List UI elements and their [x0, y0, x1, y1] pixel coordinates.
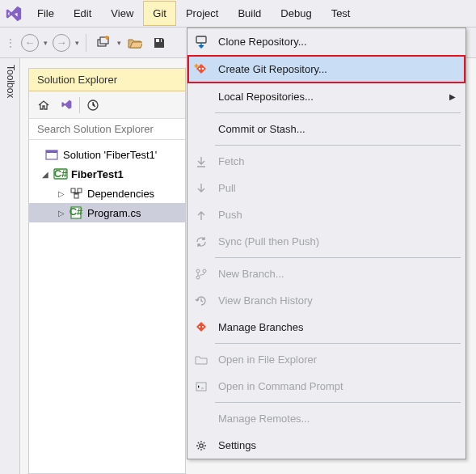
menu-label: Create Git Repository...	[218, 63, 456, 75]
tree-program-cs[interactable]: ▷ C# Program.cs	[29, 203, 185, 222]
menu-new-branch: New Branch...	[187, 260, 465, 287]
fetch-icon	[192, 153, 210, 171]
svg-rect-9	[71, 188, 75, 193]
tree-label: FiberTest1	[71, 168, 124, 180]
save-button[interactable]	[149, 32, 170, 53]
terminal-icon	[192, 378, 210, 396]
svg-point-20	[199, 325, 200, 327]
svg-rect-14	[196, 36, 206, 43]
solution-tree: Solution 'FiberTest1' ◢ C# FiberTest1 ▷ …	[29, 140, 185, 227]
chevron-down-icon[interactable]: ▾	[75, 39, 79, 47]
tree-dependencies[interactable]: ▷ Dependencies	[29, 184, 185, 203]
nav-back-button[interactable]: ←	[19, 32, 40, 53]
menu-file[interactable]: File	[27, 1, 64, 26]
menu-label: Commit or Stash...	[218, 123, 456, 135]
separator	[215, 402, 461, 403]
menu-debug[interactable]: Debug	[271, 1, 321, 26]
menu-label: Open in File Explorer	[218, 353, 456, 366]
switch-views-button[interactable]	[57, 95, 76, 115]
chevron-down-icon[interactable]: ▾	[117, 39, 121, 47]
menu-label: Open in Command Prompt	[218, 380, 456, 392]
menu-label: Fetch	[218, 155, 456, 167]
branches-icon	[192, 319, 210, 336]
menu-label: View Branch History	[218, 294, 456, 307]
toolbox-tab[interactable]: Toolbox	[0, 58, 20, 474]
vs-logo-icon	[0, 0, 27, 28]
menu-label: Settings	[218, 439, 456, 451]
push-icon	[192, 206, 210, 224]
git-dropdown-menu: Clone Repository... Create Git Repositor…	[187, 28, 466, 459]
svg-point-18	[196, 276, 200, 279]
new-branch-icon	[192, 265, 210, 283]
nav-forward-button[interactable]: →	[51, 32, 72, 53]
search-input[interactable]	[36, 122, 179, 136]
menu-build[interactable]: Build	[228, 1, 271, 26]
svg-rect-22	[196, 383, 206, 391]
menu-test[interactable]: Test	[322, 1, 360, 26]
svg-point-15	[199, 67, 201, 70]
pending-changes-button[interactable]	[83, 95, 103, 115]
menu-edit[interactable]: Edit	[64, 1, 101, 26]
svg-text:C#: C#	[54, 167, 68, 180]
solution-search[interactable]	[29, 119, 185, 140]
menu-git[interactable]: Git	[143, 1, 176, 26]
expander-icon[interactable]: ◢	[40, 170, 50, 179]
menu-label: Clone Repository...	[218, 36, 456, 48]
gear-icon	[192, 437, 210, 455]
folder-icon	[192, 351, 210, 369]
separator	[215, 343, 461, 344]
separator	[215, 257, 461, 258]
svg-rect-3	[159, 39, 161, 42]
svg-text:C#: C#	[70, 206, 83, 218]
solution-explorer: Solution Explorer Solution 'FiberTest1'	[28, 68, 186, 474]
separator	[215, 112, 461, 113]
svg-rect-10	[78, 188, 82, 193]
menu-local-repositories[interactable]: Local Repositories... ▶	[187, 83, 465, 110]
create-repo-icon	[192, 61, 210, 78]
pull-icon	[192, 180, 210, 197]
clone-icon	[192, 33, 210, 51]
expander-icon[interactable]: ▷	[57, 189, 66, 198]
menu-settings[interactable]: Settings	[187, 432, 465, 459]
separator	[215, 145, 461, 146]
menu-pull: Pull	[187, 175, 465, 201]
svg-point-16	[202, 67, 204, 70]
solution-toolbar	[29, 91, 185, 119]
menu-open-explorer: Open in File Explorer	[187, 346, 465, 373]
menu-label: Manage Remotes...	[218, 413, 456, 425]
svg-point-17	[196, 269, 200, 273]
chevron-down-icon[interactable]: ▾	[44, 39, 48, 47]
menu-commit-stash[interactable]: Commit or Stash...	[187, 116, 465, 142]
menu-label: Pull	[218, 182, 456, 194]
menu-label: New Branch...	[218, 268, 456, 280]
svg-rect-11	[74, 194, 78, 198]
svg-point-23	[200, 443, 203, 446]
menu-push: Push	[187, 201, 465, 228]
menu-view[interactable]: View	[101, 1, 143, 26]
home-button[interactable]	[34, 95, 53, 115]
menu-label: Manage Branches	[218, 321, 456, 333]
menu-view-history: View Branch History	[187, 287, 465, 314]
sync-icon	[192, 233, 210, 251]
tree-project[interactable]: ◢ C# FiberTest1	[29, 164, 185, 184]
expander-icon[interactable]: ▷	[57, 209, 66, 218]
menu-label: Push	[218, 209, 456, 221]
menu-project[interactable]: Project	[176, 1, 228, 26]
menu-manage-remotes: Manage Remotes...	[187, 405, 465, 432]
menu-manage-branches[interactable]: Manage Branches	[187, 314, 465, 341]
new-project-button[interactable]	[93, 32, 114, 53]
history-icon	[192, 292, 210, 310]
solution-explorer-title: Solution Explorer	[29, 69, 185, 91]
menu-label: Local Repositories...	[218, 91, 441, 103]
menu-create-git-repository[interactable]: Create Git Repository...	[187, 55, 465, 83]
tree-label: Dependencies	[87, 188, 154, 200]
menu-clone-repository[interactable]: Clone Repository...	[187, 28, 465, 55]
menu-open-cmd: Open in Command Prompt	[187, 373, 465, 400]
open-button[interactable]	[124, 32, 145, 53]
submenu-arrow-icon: ▶	[449, 92, 456, 101]
menu-bar: File Edit View Git Project Build Debug T…	[0, 0, 476, 28]
tree-solution[interactable]: Solution 'FiberTest1'	[29, 145, 185, 164]
svg-point-19	[203, 269, 206, 273]
svg-rect-6	[46, 150, 57, 153]
menu-sync: Sync (Pull then Push)	[187, 228, 465, 255]
